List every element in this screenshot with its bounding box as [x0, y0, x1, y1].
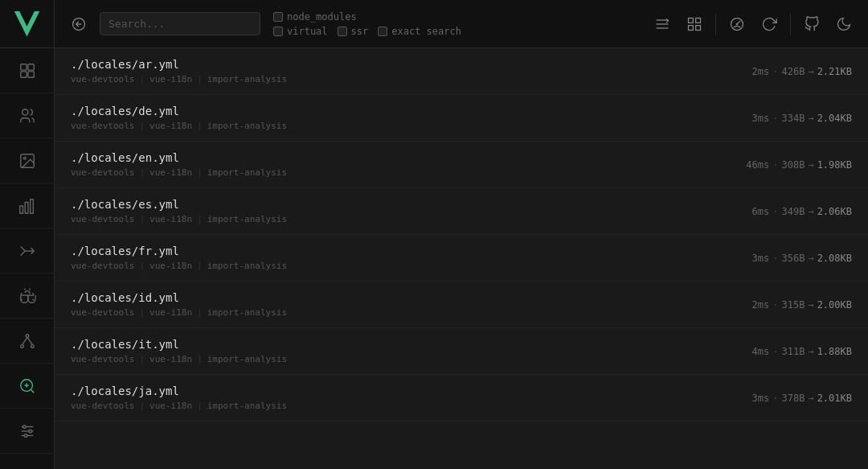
search-active-icon — [18, 377, 36, 395]
file-meta: 3ms · 378B → 2.01KB — [752, 393, 852, 404]
file-size-before: 356B — [782, 253, 805, 264]
toolbar-divider-1 — [715, 13, 716, 35]
svg-line-14 — [23, 337, 27, 344]
file-row[interactable]: ./locales/es.ymlvue-devtools|vue-i18n|im… — [55, 188, 868, 235]
sidebar-item-components[interactable] — [0, 48, 55, 93]
svg-point-4 — [23, 109, 28, 114]
arrow-icon: → — [808, 299, 813, 311]
tag-separator: | — [139, 401, 145, 411]
tag-separator: | — [139, 261, 145, 271]
bugs-icon — [18, 287, 36, 305]
dark-mode-button[interactable] — [829, 10, 858, 39]
file-left: ./locales/fr.ymlvue-devtools|vue-i18n|im… — [71, 245, 287, 271]
filter-row-2: virtual ssr exact search — [273, 26, 461, 37]
svg-point-12 — [21, 344, 24, 348]
file-row[interactable]: ./locales/it.ymlvue-devtools|vue-i18n|im… — [55, 328, 868, 375]
list-sort-button[interactable] — [648, 10, 677, 39]
file-left: ./locales/de.ymlvue-devtools|vue-i18n|im… — [71, 105, 287, 131]
checkbox-ssr[interactable] — [338, 27, 347, 36]
file-size-before: 311B — [782, 346, 805, 357]
list-sort-icon — [654, 16, 670, 32]
filter-exact-search[interactable]: exact search — [378, 26, 461, 37]
file-tag: import-analysis — [207, 354, 287, 364]
file-tag: import-analysis — [207, 261, 287, 271]
file-size-before: 334B — [782, 113, 805, 124]
svg-point-6 — [23, 157, 26, 159]
file-row[interactable]: ./locales/en.ymlvue-devtools|vue-i18n|im… — [55, 142, 868, 188]
meta-dot: · — [772, 113, 778, 124]
sidebar-item-bugs[interactable] — [0, 274, 55, 319]
file-row[interactable]: ./locales/de.ymlvue-devtools|vue-i18n|im… — [55, 95, 868, 142]
file-size-before: 426B — [782, 66, 805, 77]
checkbox-node-modules[interactable] — [273, 12, 283, 22]
toolbar-right — [648, 10, 858, 39]
sidebar-item-routes[interactable] — [0, 228, 55, 274]
file-tag: vue-devtools — [71, 261, 134, 271]
file-row[interactable]: ./locales/id.ymlvue-devtools|vue-i18n|im… — [55, 282, 868, 328]
file-size-after: 2.08KB — [817, 253, 852, 264]
svg-point-36 — [736, 23, 739, 25]
checkbox-exact-search[interactable] — [378, 27, 387, 36]
file-size-before: 308B — [782, 159, 805, 171]
arrow-icon: → — [808, 346, 813, 357]
filter-ssr[interactable]: ssr — [338, 26, 369, 37]
settings-icon — [18, 422, 36, 440]
tag-separator: | — [197, 167, 203, 178]
file-row[interactable]: ./locales/fr.ymlvue-devtools|vue-i18n|im… — [55, 235, 868, 282]
file-tag: vue-devtools — [71, 74, 134, 84]
file-time: 3ms — [752, 253, 770, 264]
file-tags: vue-devtools|vue-i18n|import-analysis — [71, 401, 287, 411]
file-name: ./locales/fr.yml — [71, 245, 287, 257]
file-name: ./locales/es.yml — [71, 198, 287, 211]
file-tag: import-analysis — [207, 307, 287, 318]
search-input[interactable] — [100, 12, 260, 35]
sidebar-item-media[interactable] — [0, 138, 55, 183]
sidebar-item-users[interactable] — [0, 93, 55, 138]
toolbar-divider-2 — [790, 13, 791, 35]
file-name: ./locales/id.yml — [71, 291, 287, 304]
meta-dot: · — [772, 66, 778, 77]
file-size-before: 315B — [782, 299, 805, 311]
sidebar-item-settings[interactable] — [0, 409, 55, 454]
refresh-button[interactable] — [755, 10, 784, 39]
grid-view-icon — [686, 16, 702, 32]
file-time: 2ms — [752, 66, 770, 77]
sidebar-item-network[interactable] — [0, 319, 55, 364]
file-time: 4ms — [752, 346, 770, 357]
meta-dot: · — [772, 159, 778, 171]
file-list: ./locales/ar.ymlvue-devtools|vue-i18n|im… — [55, 48, 868, 469]
svg-rect-33 — [689, 25, 694, 30]
speedometer-button[interactable] — [723, 10, 751, 39]
file-name: ./locales/de.yml — [71, 105, 287, 117]
sidebar-item-search[interactable] — [0, 364, 55, 409]
arrow-icon: → — [808, 159, 813, 171]
file-time: 46ms — [746, 159, 769, 171]
sidebar-item-graph[interactable] — [0, 183, 55, 228]
arrow-icon: → — [808, 66, 813, 77]
filter-node-modules[interactable]: node_modules — [273, 11, 357, 23]
refresh-icon — [761, 16, 777, 32]
file-tags: vue-devtools|vue-i18n|import-analysis — [71, 261, 287, 271]
file-time: 3ms — [752, 113, 770, 124]
file-tag: vue-devtools — [71, 167, 134, 178]
tag-separator: | — [139, 121, 145, 131]
file-row[interactable]: ./locales/ja.ymlvue-devtools|vue-i18n|im… — [55, 375, 868, 422]
checkbox-virtual[interactable] — [273, 27, 283, 36]
file-tag: import-analysis — [207, 121, 287, 131]
file-name: ./locales/it.yml — [71, 338, 287, 351]
arrow-icon: → — [808, 253, 813, 264]
file-meta: 46ms · 308B → 1.98KB — [746, 159, 852, 171]
file-tags: vue-devtools|vue-i18n|import-analysis — [71, 121, 287, 131]
back-button[interactable] — [64, 10, 93, 39]
github-icon — [804, 16, 820, 32]
file-row[interactable]: ./locales/ar.ymlvue-devtools|vue-i18n|im… — [55, 48, 868, 95]
file-tag: vue-i18n — [149, 214, 192, 224]
file-size-after: 2.21KB — [817, 66, 852, 77]
meta-dot: · — [772, 299, 778, 311]
grid-view-button[interactable] — [680, 10, 709, 39]
filter-row-1: node_modules — [273, 11, 461, 23]
github-button[interactable] — [797, 10, 826, 39]
file-tag: import-analysis — [207, 167, 287, 178]
search-wrap — [100, 12, 260, 35]
filter-virtual[interactable]: virtual — [273, 26, 328, 37]
